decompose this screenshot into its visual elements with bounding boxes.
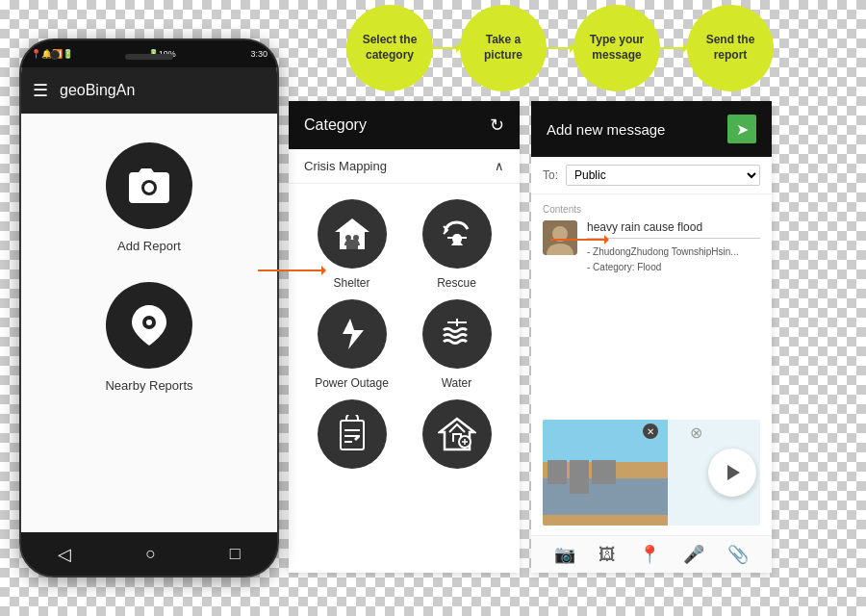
play-button[interactable]: [708, 449, 756, 497]
hamburger-icon[interactable]: ☰: [33, 80, 48, 101]
phone-wrapper: 📍🔔📶🔋 🔋19% 3:30 ☰ geoBingAn: [19, 38, 279, 578]
clipboard-icon: [333, 415, 371, 453]
to-label: To:: [543, 168, 558, 182]
category-panel: Category ↻ Crisis Mapping ∧: [289, 101, 520, 573]
flood-image-close-icon[interactable]: ✕: [643, 424, 658, 439]
category-grid: Shelter Rescue: [289, 184, 520, 492]
step-3-label: Type your message: [590, 33, 644, 63]
rescue-label: Rescue: [437, 276, 476, 290]
phone-nav-bar: ◁ ○ □: [21, 532, 277, 576]
water-label: Water: [442, 376, 472, 390]
report2-icon-circle: [422, 399, 492, 469]
step-2-label: Take a picture: [484, 33, 522, 63]
nearby-reports-label: Nearby Reports: [105, 378, 192, 393]
add-report-label: Add Report: [117, 239, 181, 253]
house-damage-icon: [438, 415, 476, 453]
step-1-label: Select the category: [363, 33, 418, 63]
step-3-bubble: Type your message: [573, 5, 660, 91]
remove-video-button[interactable]: ⊗: [690, 424, 702, 442]
category-rescue[interactable]: Rescue: [409, 199, 504, 290]
refresh-icon[interactable]: ↻: [490, 115, 504, 136]
shelter-icon: [333, 215, 371, 253]
message-header: Add new message ➤: [531, 101, 772, 157]
crisis-mapping-label: Crisis Mapping: [304, 159, 387, 173]
svg-point-3: [146, 320, 152, 325]
flood-image-area: ✕ ⊗: [543, 420, 760, 526]
avatar-image: [543, 220, 577, 255]
app-title: geoBingAn: [60, 82, 135, 99]
camera-icon: [129, 168, 169, 203]
power-outage-label: Power Outage: [315, 376, 389, 390]
message-toolbar: 📷 🖼 📍 🎤 📎: [531, 535, 772, 573]
rescue-icon-circle: [422, 199, 492, 269]
contents-label: Contents: [543, 204, 760, 215]
attach-toolbar-icon[interactable]: 📎: [727, 544, 749, 565]
rescue-icon: [438, 215, 476, 253]
building-3: [592, 460, 616, 484]
water-icon-circle: [422, 299, 492, 369]
avatar-row: heavy rain cause flood - ZhudongZhudong …: [543, 220, 760, 275]
category-to-message-arrow: [550, 239, 608, 241]
svg-marker-19: [727, 465, 740, 480]
message-text-block: heavy rain cause flood - ZhudongZhudong …: [587, 220, 760, 275]
chevron-up-icon: ∧: [495, 159, 504, 173]
category-water[interactable]: Water: [409, 299, 504, 390]
nearby-reports-circle: [106, 282, 192, 369]
report1-icon-circle: [318, 399, 387, 469]
category-header: Category ↻: [289, 101, 520, 149]
svg-point-4: [141, 331, 157, 337]
step-2-bubble: Take a picture: [460, 5, 547, 91]
send-button[interactable]: ➤: [727, 115, 756, 143]
message-to-row: To: Public: [531, 157, 772, 194]
phone-speaker: [125, 54, 173, 60]
power-outage-icon-circle: [318, 299, 387, 369]
step-4-bubble: Send the report: [687, 5, 774, 91]
camera-toolbar-icon[interactable]: 📷: [554, 544, 575, 565]
category-power-outage[interactable]: Power Outage: [304, 299, 399, 390]
image-toolbar-icon[interactable]: 🖼: [599, 545, 616, 565]
phone-frame: 📍🔔📶🔋 🔋19% 3:30 ☰ geoBingAn: [19, 38, 279, 578]
message-header-title: Add new message: [547, 121, 665, 138]
category-title: Category: [304, 116, 367, 134]
shelter-icon-circle: [318, 199, 387, 269]
category-sub-header[interactable]: Crisis Mapping ∧: [289, 149, 520, 184]
step-1-bubble: Select the category: [346, 5, 433, 91]
avatar: [543, 220, 577, 255]
mic-toolbar-icon[interactable]: 🎤: [683, 544, 704, 565]
play-icon: [723, 463, 742, 482]
water-icon: [438, 315, 476, 353]
message-content-area: Contents heavy rain cause flood - Zhudon…: [531, 194, 772, 410]
recents-nav-icon[interactable]: □: [230, 544, 241, 564]
shelter-label: Shelter: [333, 276, 369, 290]
main-container: Select the category Take a picture Type …: [0, 0, 866, 616]
power-icon: [333, 315, 371, 353]
location-icon: [132, 305, 166, 346]
step-2-arrow: [547, 47, 573, 49]
to-select[interactable]: Public: [566, 165, 760, 186]
phone-top-bar: ☰ geoBingAn: [21, 67, 277, 114]
nearby-reports-button[interactable]: Nearby Reports: [105, 282, 192, 393]
message-sub-line-2: - Category: Flood: [587, 260, 760, 275]
category-shelter[interactable]: Shelter: [304, 199, 399, 290]
building-2: [570, 460, 589, 494]
message-panel: Add new message ➤ To: Public Contents: [531, 101, 772, 573]
phone-screen: ☰ geoBingAn: [21, 67, 277, 532]
step-4-label: Send the report: [706, 33, 755, 63]
category-report1[interactable]: [304, 399, 399, 476]
phone-camera: [50, 50, 60, 60]
home-nav-icon[interactable]: ○: [145, 544, 156, 564]
message-sub-line-1: - ZhudongZhudong TownshipHsin...: [587, 244, 760, 260]
steps-row: Select the category Take a picture Type …: [346, 5, 856, 91]
status-time: 3:30: [250, 49, 267, 59]
building-1: [548, 460, 567, 484]
phone-content: Add Report Near: [21, 114, 277, 532]
category-report2[interactable]: [409, 399, 504, 476]
svg-point-1: [144, 183, 154, 192]
step-1-arrow: [433, 47, 460, 49]
flood-buildings: [548, 460, 616, 494]
location-toolbar-icon[interactable]: 📍: [639, 544, 660, 565]
add-report-button[interactable]: Add Report: [106, 142, 192, 253]
add-report-circle: [106, 142, 192, 229]
back-nav-icon[interactable]: ◁: [58, 544, 71, 565]
step-3-arrow: [660, 47, 687, 49]
